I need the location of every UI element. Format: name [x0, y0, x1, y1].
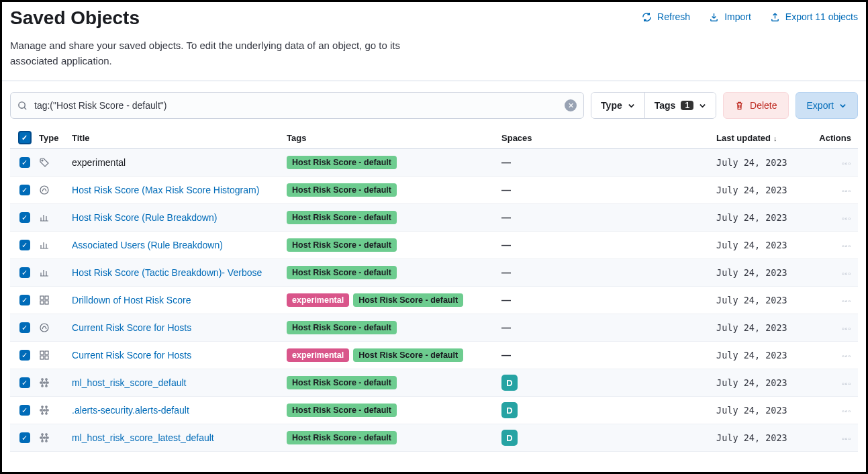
object-title-link: experimental [72, 157, 126, 168]
svg-point-31 [42, 440, 43, 442]
space-badge[interactable]: D [501, 375, 518, 391]
object-title-link[interactable]: Current Risk Score for Hosts [72, 350, 191, 361]
object-title-link[interactable]: Host Risk Score (Max Risk Score Histogra… [72, 185, 259, 195]
tag-badge[interactable]: Host Risk Score - default [287, 211, 397, 224]
object-title-link[interactable]: Drilldown of Host Risk Score [72, 295, 191, 305]
row-actions-button[interactable]: ▫▫▫ [842, 325, 851, 332]
last-updated-text: July 24, 2023 [716, 295, 787, 305]
row-actions-button[interactable]: ▫▫▫ [842, 435, 851, 442]
tag-badge[interactable]: Host Risk Score - default [287, 266, 397, 279]
svg-rect-11 [45, 356, 48, 359]
row-actions-button[interactable]: ▫▫▫ [842, 187, 851, 195]
svg-point-0 [19, 101, 25, 107]
svg-point-21 [40, 410, 42, 411]
filter-group: Type Tags 1 [591, 92, 716, 119]
svg-point-19 [42, 406, 43, 408]
tag-badge[interactable]: Host Risk Score - default [287, 156, 397, 169]
row-checkbox[interactable]: ✓ [19, 157, 30, 168]
svg-rect-6 [45, 301, 48, 304]
column-last-updated[interactable]: Last updated↓ [716, 133, 818, 143]
check-icon: ✓ [21, 407, 28, 414]
search-input[interactable] [34, 100, 565, 111]
table-row: ✓Current Risk Score for HostsHost Risk S… [10, 314, 858, 342]
column-spaces[interactable]: Spaces [501, 133, 716, 143]
row-checkbox[interactable]: ✓ [19, 350, 30, 361]
spaces-empty: — [501, 322, 511, 333]
svg-point-26 [42, 434, 43, 435]
index-type-icon [39, 432, 72, 443]
object-title-link[interactable]: ml_host_risk_score_default [72, 377, 186, 388]
space-badge[interactable]: D [501, 430, 518, 446]
row-checkbox[interactable]: ✓ [19, 240, 30, 250]
svg-point-13 [46, 379, 47, 380]
tag-badge[interactable]: Host Risk Score - default [287, 321, 397, 334]
object-title-link[interactable]: .alerts-security.alerts-default [72, 405, 189, 416]
column-actions: Actions [818, 133, 858, 143]
viz-type-icon [39, 240, 72, 250]
clear-search-button[interactable]: ✕ [565, 99, 577, 111]
export-all-button[interactable]: Export 11 objects [770, 11, 858, 22]
search-box[interactable]: ✕ [10, 92, 584, 119]
svg-point-30 [47, 437, 48, 438]
select-all-checkbox[interactable]: ✓ [18, 131, 32, 144]
row-actions-button[interactable]: ▫▫▫ [842, 408, 851, 415]
object-title-link[interactable]: Host Risk Score (Rule Breakdown) [72, 212, 217, 223]
row-actions-button[interactable]: ▫▫▫ [842, 160, 851, 167]
svg-point-23 [47, 410, 48, 411]
object-title-link[interactable]: Associated Users (Rule Breakdown) [72, 240, 223, 250]
object-title-link[interactable]: Host Risk Score (Tactic Breakdown)- Verb… [72, 267, 262, 278]
tag-badge[interactable]: Host Risk Score - default [287, 183, 397, 197]
tag-badge[interactable]: Host Risk Score - default [287, 376, 397, 389]
export-icon [770, 12, 780, 22]
type-filter-button[interactable]: Type [591, 93, 644, 118]
tag-badge[interactable]: experimental [287, 348, 349, 362]
viz-type-icon [39, 212, 72, 223]
page-title: Saved Objects [10, 7, 140, 29]
row-checkbox[interactable]: ✓ [19, 322, 30, 333]
row-actions-button[interactable]: ▫▫▫ [842, 352, 851, 360]
index-type-icon [39, 377, 72, 388]
export-label: Export [807, 100, 834, 111]
row-checkbox[interactable]: ✓ [19, 267, 30, 278]
export-button[interactable]: Export [795, 92, 858, 119]
row-checkbox[interactable]: ✓ [19, 377, 30, 388]
row-checkbox[interactable]: ✓ [19, 295, 30, 305]
dashboard-type-icon [39, 350, 72, 361]
row-checkbox[interactable]: ✓ [19, 432, 30, 443]
row-actions-button[interactable]: ▫▫▫ [842, 380, 851, 387]
check-icon: ✓ [21, 214, 28, 222]
delete-button[interactable]: Delete [723, 92, 788, 119]
row-actions-button[interactable]: ▫▫▫ [842, 270, 851, 277]
index-type-icon [39, 405, 72, 416]
object-title-link[interactable]: ml_host_risk_score_latest_default [72, 432, 214, 443]
type-filter-label: Type [601, 100, 622, 111]
svg-point-18 [46, 385, 47, 387]
space-badge[interactable]: D [501, 402, 518, 418]
import-button[interactable]: Import [709, 11, 751, 22]
spaces-empty: — [501, 185, 511, 195]
tag-badge[interactable]: Host Risk Score - default [287, 431, 397, 444]
column-tags[interactable]: Tags [287, 133, 501, 143]
svg-point-27 [46, 434, 47, 435]
table-header: ✓ Type Title Tags Spaces Last updated↓ A… [10, 127, 858, 149]
check-icon: ✓ [21, 187, 28, 194]
column-title[interactable]: Title [72, 133, 287, 143]
svg-rect-8 [40, 351, 44, 354]
row-checkbox[interactable]: ✓ [19, 185, 30, 195]
refresh-button[interactable]: Refresh [642, 11, 690, 22]
tag-badge[interactable]: Host Risk Score - default [353, 293, 463, 307]
column-type[interactable]: Type [39, 133, 72, 143]
row-actions-button[interactable]: ▫▫▫ [842, 242, 851, 250]
tag-badge[interactable]: Host Risk Score - default [287, 238, 397, 252]
refresh-icon [642, 12, 652, 22]
table-row: ✓.alerts-security.alerts-defaultHost Ris… [10, 397, 858, 424]
row-actions-button[interactable]: ▫▫▫ [842, 297, 851, 305]
object-title-link[interactable]: Current Risk Score for Hosts [72, 322, 191, 333]
row-checkbox[interactable]: ✓ [19, 405, 30, 416]
tag-badge[interactable]: Host Risk Score - default [287, 404, 397, 417]
row-actions-button[interactable]: ▫▫▫ [842, 215, 851, 222]
row-checkbox[interactable]: ✓ [19, 212, 30, 223]
tag-badge[interactable]: experimental [287, 293, 349, 307]
tags-filter-button[interactable]: Tags 1 [644, 93, 716, 118]
tag-badge[interactable]: Host Risk Score - default [353, 348, 463, 362]
